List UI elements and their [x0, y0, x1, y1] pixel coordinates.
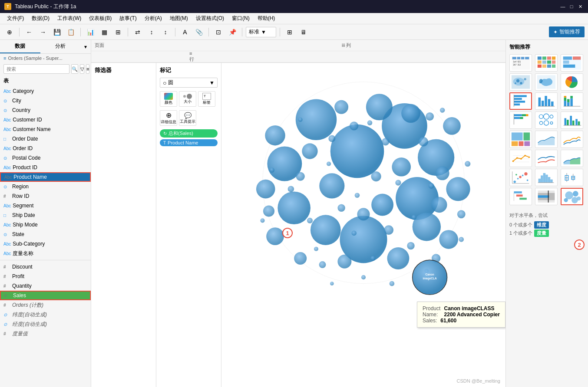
- smart-recommend-button[interactable]: ✦ 智能推荐: [549, 26, 585, 37]
- chart-h-bar[interactable]: [509, 92, 532, 110]
- annotation-btn[interactable]: 📎: [193, 26, 205, 38]
- menu-worksheet[interactable]: 工作表(W): [54, 14, 85, 23]
- field-latitude[interactable]: ⊙ 纬度(自动生成): [0, 310, 91, 319]
- chart-histogram[interactable]: [535, 169, 558, 186]
- chart-area2[interactable]: [561, 150, 583, 167]
- sort-btn[interactable]: ↕: [145, 26, 158, 38]
- swap-btn[interactable]: ⇄: [132, 26, 144, 38]
- marks-size-btn[interactable]: 大小: [179, 91, 196, 107]
- new-btn[interactable]: ⊕: [3, 26, 16, 38]
- chart-filled-map[interactable]: [535, 73, 558, 91]
- chart-h-stacked-bar[interactable]: [509, 112, 532, 129]
- marks-color-btn[interactable]: 颜色: [160, 91, 177, 107]
- close-button[interactable]: ✕: [577, 3, 584, 10]
- save-btn[interactable]: 💾: [51, 26, 63, 38]
- data-source[interactable]: ≡ Orders (Sample - Super...: [0, 54, 91, 62]
- sort2-btn[interactable]: ↕: [159, 26, 172, 38]
- chart-btn[interactable]: 📊: [84, 26, 96, 38]
- chart-circle-view[interactable]: [535, 112, 558, 129]
- field-customer-id[interactable]: Abc Customer ID: [0, 115, 91, 125]
- pin-btn[interactable]: 📌: [226, 26, 238, 38]
- chart-line-disc[interactable]: [509, 150, 532, 167]
- zoom-out-btn[interactable]: 🖥: [297, 26, 310, 38]
- window-controls[interactable]: — □ ✕: [559, 3, 584, 10]
- field-segment[interactable]: Abc Segment: [0, 201, 91, 210]
- chart-dual-line[interactable]: [535, 150, 558, 167]
- field-product-name[interactable]: Abc Product Name: [0, 172, 91, 182]
- marks-tooltip-btn[interactable]: 💬 工具提示: [179, 110, 196, 126]
- search-button[interactable]: 🔍: [71, 64, 78, 74]
- svg-point-49: [314, 247, 318, 251]
- field-profit[interactable]: # Profit: [0, 272, 91, 281]
- search-input[interactable]: [3, 64, 69, 74]
- marks-type-dropdown[interactable]: ○ 圆 ▼: [160, 78, 218, 88]
- chart-text-table[interactable]: 1a4621 2b7312: [509, 54, 532, 72]
- field-discount[interactable]: # Discount: [0, 262, 91, 272]
- chart-symbol-map[interactable]: [509, 73, 532, 91]
- menu-dashboard[interactable]: 仪表板(B): [86, 14, 115, 23]
- menu-data[interactable]: 数据(D): [28, 14, 53, 23]
- field-country[interactable]: ⊙ Country: [0, 105, 91, 115]
- menu-window[interactable]: 窗口(N): [228, 14, 253, 23]
- chart-heat-map[interactable]: [535, 54, 558, 72]
- chart3-btn[interactable]: ⊞: [112, 26, 124, 38]
- tab-data[interactable]: 数据: [0, 40, 40, 53]
- chart-stacked-bar[interactable]: [561, 92, 583, 110]
- menu-analysis[interactable]: 分析(A): [141, 14, 165, 23]
- field-ship-mode[interactable]: Abc Ship Mode: [0, 220, 91, 230]
- field-region[interactable]: ⊙ Region: [0, 182, 91, 191]
- minimize-button[interactable]: —: [559, 3, 566, 10]
- menu-story[interactable]: 故事(T): [116, 14, 140, 23]
- chart-area[interactable]: [535, 131, 558, 148]
- fix-btn[interactable]: ⊡: [212, 26, 225, 38]
- menu-map[interactable]: 地图(M): [166, 14, 192, 23]
- maximize-button[interactable]: □: [568, 3, 575, 10]
- field-orders-count[interactable]: # Orders (计数): [0, 300, 91, 310]
- field-postal-code[interactable]: ⊙ Postal Code: [0, 153, 91, 163]
- chart-gantt[interactable]: [509, 188, 532, 205]
- chart-treemap[interactable]: [509, 131, 532, 148]
- field-quantity[interactable]: # Quantity: [0, 281, 91, 291]
- field-row-id[interactable]: # Row ID: [0, 191, 91, 201]
- field-city[interactable]: ⊙ City: [0, 96, 91, 105]
- field-measure-value[interactable]: # 度量值: [0, 329, 91, 338]
- chart2-btn[interactable]: ▦: [98, 26, 110, 38]
- field-sub-category[interactable]: Abc Sub-Category: [0, 239, 91, 249]
- highlight-btn[interactable]: A: [179, 26, 191, 38]
- tab-analysis[interactable]: 分析: [40, 40, 81, 53]
- filter-button[interactable]: ▽: [80, 64, 84, 74]
- chart-highlight-table[interactable]: [561, 54, 583, 72]
- chart-bullet[interactable]: [535, 188, 558, 205]
- field-longitude[interactable]: ⊙ 经度(自动生成): [0, 319, 91, 329]
- field-order-date[interactable]: □ Order Date: [0, 134, 91, 144]
- field-state[interactable]: ⊙ State: [0, 230, 91, 239]
- chart-pie[interactable]: [561, 73, 583, 91]
- zoom-in-btn[interactable]: ⊞: [284, 26, 296, 38]
- menu-file[interactable]: 文件(F): [3, 14, 27, 23]
- field-ship-date[interactable]: □ Ship Date: [0, 210, 91, 220]
- field-category[interactable]: Abc Category: [0, 86, 91, 96]
- marks-label-btn[interactable]: T 标签: [198, 91, 215, 107]
- forward-btn[interactable]: →: [37, 26, 49, 38]
- marks-detail-btn[interactable]: ⊕ 详细信息: [160, 110, 177, 126]
- chart-packed-bubble[interactable]: [561, 188, 583, 205]
- list-view-button[interactable]: ≡: [86, 64, 89, 74]
- field-sales[interactable]: # Sales: [0, 291, 91, 300]
- field-product-id[interactable]: Abc Product ID: [0, 163, 91, 172]
- field-customer-name[interactable]: Abc Customer Name: [0, 125, 91, 134]
- zoom-dropdown[interactable]: 标准 ▼: [246, 27, 276, 37]
- menu-help[interactable]: 帮助(H): [254, 14, 279, 23]
- menu-format[interactable]: 设置格式(O): [192, 14, 228, 23]
- tab-more[interactable]: ▾: [80, 40, 91, 53]
- save2-btn[interactable]: 📋: [65, 26, 77, 38]
- marks-sales-pill[interactable]: ↻ 总和(Sales): [160, 129, 218, 138]
- chart-box[interactable]: [561, 169, 583, 186]
- chart-scatter[interactable]: [509, 169, 532, 186]
- back-btn[interactable]: ←: [23, 26, 35, 38]
- marks-productname-pill[interactable]: T Product Name: [160, 139, 218, 146]
- field-measure-name[interactable]: Abc 度量名称: [0, 249, 91, 258]
- chart-side-by-side[interactable]: [561, 112, 583, 129]
- field-order-id[interactable]: Abc Order ID: [0, 144, 91, 153]
- chart-line-cont[interactable]: [561, 131, 583, 148]
- chart-bar[interactable]: [535, 92, 558, 110]
